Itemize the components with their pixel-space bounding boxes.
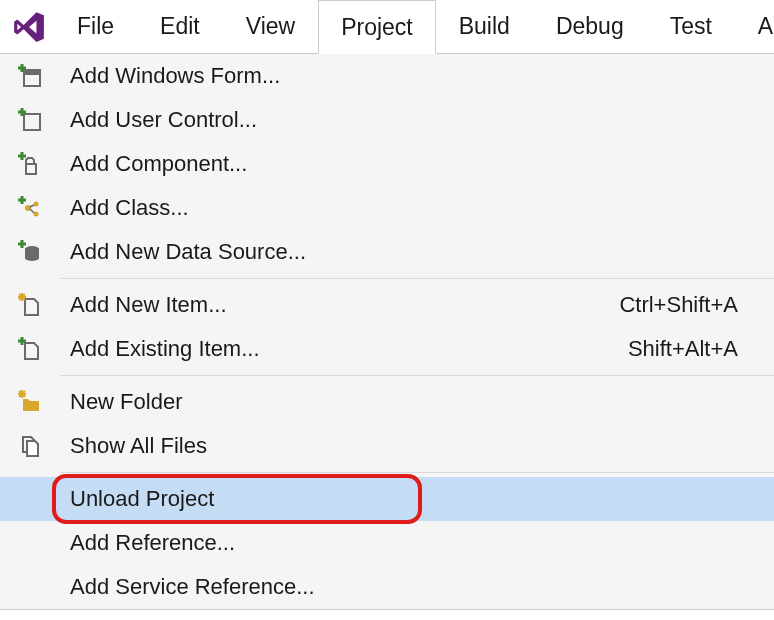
svg-rect-1 [24, 70, 40, 75]
vs-logo-icon [4, 0, 54, 53]
menu-shortcut: Shift+Alt+A [628, 336, 762, 362]
menu-analyze[interactable]: Ana [735, 0, 774, 53]
add-class-icon [12, 196, 48, 220]
menu-label: Add Class... [48, 195, 762, 221]
project-menu-dropdown: Add Windows Form... Add User Control... … [0, 54, 774, 610]
menu-new-folder[interactable]: New Folder [0, 380, 774, 424]
menu-label: Add Service Reference... [48, 574, 762, 600]
menu-label: Show All Files [48, 433, 762, 459]
menu-add-new-item[interactable]: Add New Item... Ctrl+Shift+A [0, 283, 774, 327]
menu-add-datasource[interactable]: Add New Data Source... [0, 230, 774, 274]
menu-label: Add Reference... [48, 530, 762, 556]
menu-project[interactable]: Project [318, 0, 436, 54]
menu-label: Add Existing Item... [48, 336, 628, 362]
new-item-icon [12, 293, 48, 317]
menu-label: Add New Item... [48, 292, 619, 318]
menu-build[interactable]: Build [436, 0, 533, 53]
menu-test[interactable]: Test [647, 0, 735, 53]
menu-add-windows-form[interactable]: Add Windows Form... [0, 54, 774, 98]
menu-label: Add New Data Source... [48, 239, 762, 265]
menu-view[interactable]: View [223, 0, 318, 53]
menu-add-reference[interactable]: Add Reference... [0, 521, 774, 565]
show-all-files-icon [12, 434, 48, 458]
menu-label: Add User Control... [48, 107, 762, 133]
menu-add-component[interactable]: Add Component... [0, 142, 774, 186]
menu-add-existing-item[interactable]: Add Existing Item... Shift+Alt+A [0, 327, 774, 371]
menu-label: New Folder [48, 389, 762, 415]
menu-debug[interactable]: Debug [533, 0, 647, 53]
menu-shortcut: Ctrl+Shift+A [619, 292, 762, 318]
new-folder-icon [12, 390, 48, 414]
menu-separator [60, 375, 774, 376]
add-usercontrol-icon [12, 108, 48, 132]
menu-label: Unload Project [48, 486, 762, 512]
menu-separator [60, 278, 774, 279]
menu-add-class[interactable]: Add Class... [0, 186, 774, 230]
existing-item-icon [12, 337, 48, 361]
add-form-icon [12, 64, 48, 88]
menu-label: Add Component... [48, 151, 762, 177]
add-datasource-icon [12, 240, 48, 264]
menu-label: Add Windows Form... [48, 63, 762, 89]
menu-file[interactable]: File [54, 0, 137, 53]
menu-show-all-files[interactable]: Show All Files [0, 424, 774, 468]
menu-add-service-reference[interactable]: Add Service Reference... [0, 565, 774, 609]
menu-unload-project[interactable]: Unload Project [0, 477, 774, 521]
add-component-icon [12, 152, 48, 176]
svg-rect-3 [26, 164, 36, 174]
menu-edit[interactable]: Edit [137, 0, 223, 53]
menubar: File Edit View Project Build Debug Test … [0, 0, 774, 54]
menu-add-user-control[interactable]: Add User Control... [0, 98, 774, 142]
menu-separator [60, 472, 774, 473]
svg-point-5 [34, 202, 39, 207]
svg-rect-2 [24, 114, 40, 130]
